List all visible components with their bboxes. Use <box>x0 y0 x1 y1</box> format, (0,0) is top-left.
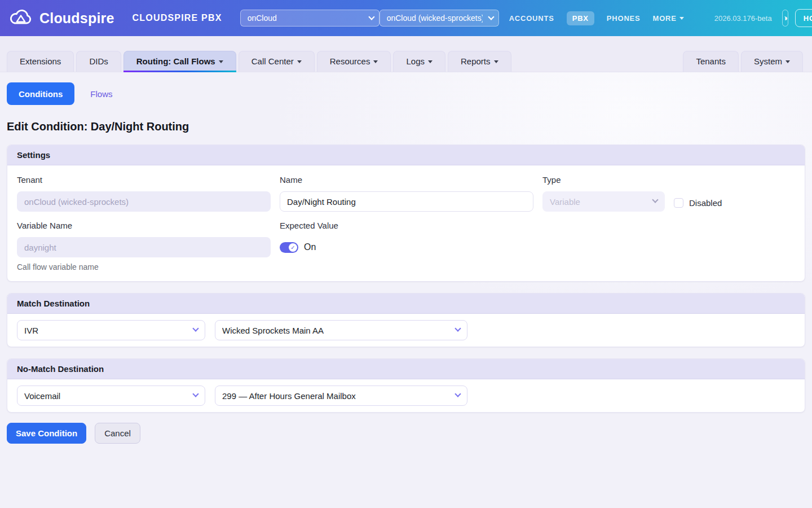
variable-name-label: Variable Name <box>17 221 271 230</box>
module-tabbar: Extensions DIDs Routing: Call Flows Call… <box>0 36 812 72</box>
theme-toggle-button[interactable]: ◑ <box>782 10 788 27</box>
variable-name-field-group: Variable Name Call flow variable name <box>17 221 271 271</box>
version-label: 2026.03.176-beta <box>714 14 772 23</box>
disabled-checkbox[interactable] <box>674 198 683 208</box>
caret-down-icon <box>428 60 433 63</box>
page-content: Conditions Flows Edit Condition: Day/Nig… <box>0 72 812 444</box>
disabled-checkbox-label: Disabled <box>689 198 722 208</box>
tab-logs[interactable]: Logs <box>393 51 445 72</box>
domain-select-wrap: onCloud <box>240 10 379 27</box>
caret-down-icon <box>494 60 498 63</box>
nav-link-accounts[interactable]: ACCOUNTS <box>509 14 554 23</box>
subnav: Conditions Flows <box>7 82 805 105</box>
tenant-field <box>17 191 271 212</box>
tab-extensions[interactable]: Extensions <box>7 51 74 72</box>
domain-select[interactable]: onCloud <box>240 10 379 27</box>
type-label: Type <box>542 175 665 185</box>
tenant-label: Tenant <box>17 175 271 185</box>
top-navbar: Cloudspire CLOUDSPIRE PBX onCloud onClou… <box>0 0 812 36</box>
name-field-group: Name <box>280 175 533 212</box>
disabled-checkbox-group: Disabled <box>674 194 795 212</box>
contrast-icon: ◑ <box>783 13 788 23</box>
tab-call-center[interactable]: Call Center <box>239 51 315 72</box>
match-destination-card: Match Destination IVR Wicked Sprockets M… <box>7 293 805 347</box>
conditions-pill-button[interactable]: Conditions <box>7 82 74 105</box>
caret-down-icon <box>679 17 684 20</box>
brand-name: Cloudspire <box>39 10 114 27</box>
caret-down-icon <box>785 60 790 63</box>
variable-name-field <box>17 237 271 257</box>
flows-link[interactable]: Flows <box>90 89 112 99</box>
settings-card-header: Settings <box>7 145 805 165</box>
type-field-group: Type Variable <box>542 175 665 212</box>
expected-value-group: Expected Value ✓ On <box>280 221 795 271</box>
tenant-select[interactable]: onCloud (wicked-sprockets) <box>379 10 499 27</box>
page-title: Edit Condition: Day/Night Routing <box>7 120 805 133</box>
match-destination-header: Match Destination <box>7 294 805 314</box>
tab-tenants[interactable]: Tenants <box>683 51 739 72</box>
nav-link-more[interactable]: MORE <box>653 14 684 23</box>
type-select: Variable <box>542 191 665 212</box>
app-title: CLOUDSPIRE PBX <box>133 13 222 23</box>
no-match-destination-target-select[interactable]: 299 — After Hours General Mailbox <box>215 386 467 406</box>
check-icon: ✓ <box>289 243 297 252</box>
cancel-button[interactable]: Cancel <box>95 423 140 444</box>
tab-resources[interactable]: Resources <box>317 51 391 72</box>
variable-name-help: Call flow variable name <box>17 262 271 271</box>
save-condition-button[interactable]: Save Condition <box>7 423 86 444</box>
settings-card: Settings Tenant Name Type Variable <box>7 144 805 282</box>
no-match-destination-header: No-Match Destination <box>7 359 805 379</box>
tab-reports[interactable]: Reports <box>448 51 511 72</box>
caret-down-icon <box>373 60 378 63</box>
form-actions: Save Condition Cancel <box>7 423 805 444</box>
expected-value-state: On <box>304 242 316 252</box>
brand[interactable]: Cloudspire <box>8 7 114 29</box>
tab-system[interactable]: System <box>741 51 803 72</box>
nav-link-phones[interactable]: PHONES <box>607 14 641 23</box>
caret-down-icon <box>297 60 302 63</box>
tenant-select-wrap: onCloud (wicked-sprockets) <box>379 10 499 27</box>
tab-dids[interactable]: DIDs <box>76 51 121 72</box>
no-match-destination-type-select[interactable]: Voicemail <box>17 386 205 406</box>
nav-link-pbx[interactable]: PBX <box>567 11 594 25</box>
expected-value-label: Expected Value <box>280 221 795 230</box>
match-destination-type-select[interactable]: IVR <box>17 320 205 340</box>
no-match-destination-card: No-Match Destination Voicemail 299 — Aft… <box>7 358 805 413</box>
name-field[interactable] <box>280 191 533 212</box>
settings-card-body: Tenant Name Type Variable <box>7 165 805 281</box>
home-button[interactable]: HOME <box>795 9 812 27</box>
expected-value-toggle[interactable]: ✓ <box>280 242 298 253</box>
match-destination-target-select[interactable]: Wicked Sprockets Main AA <box>215 320 467 340</box>
cloudspire-logo-icon <box>8 7 34 29</box>
name-label: Name <box>280 175 533 185</box>
caret-down-icon <box>219 60 223 63</box>
tenant-field-group: Tenant <box>17 175 271 212</box>
tab-routing-call-flows[interactable]: Routing: Call Flows <box>123 51 236 72</box>
